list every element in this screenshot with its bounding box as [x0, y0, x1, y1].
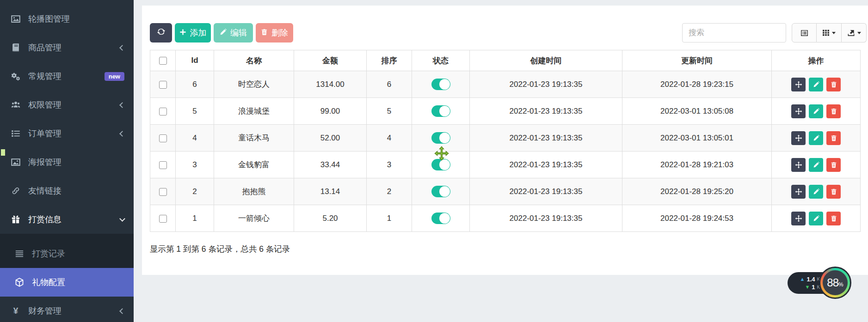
cell-id: 1: [176, 205, 214, 232]
speed-monitor-widget[interactable]: ▲ 1.4 K/s ▼ 1 K/s 88 %: [788, 267, 868, 299]
sidebar-item-carousel[interactable]: 轮播图管理: [0, 5, 134, 33]
move-icon: [795, 161, 802, 169]
content-card: 添加 编辑 删除: [142, 6, 868, 275]
status-toggle[interactable]: [431, 213, 450, 224]
status-toggle[interactable]: [431, 79, 450, 90]
sidebar-item-gift-config[interactable]: 礼物配置: [0, 268, 134, 297]
sidebar-item-label: 打赏信息: [28, 214, 62, 225]
move-icon: [795, 108, 802, 115]
row-delete-button[interactable]: [826, 212, 841, 225]
cell-updated: 2022-03-01 13:05:08: [622, 98, 772, 125]
row-edit-button[interactable]: [809, 158, 823, 172]
toggle-view-button[interactable]: [792, 23, 817, 43]
status-toggle[interactable]: [431, 186, 450, 197]
row-move-button[interactable]: [791, 185, 806, 199]
chevron-left-icon: [119, 308, 125, 314]
add-button[interactable]: 添加: [175, 23, 211, 43]
row-move-button[interactable]: [791, 131, 806, 145]
table-row: 2 抱抱熊 13.14 2 2022-01-23 19:13:35 2022-0…: [150, 178, 861, 205]
row-move-button[interactable]: [791, 104, 806, 118]
cell-created: 2022-01-23 19:13:35: [470, 98, 622, 125]
sidebar-item-finance[interactable]: ¥ 财务管理: [0, 297, 134, 322]
cell-amount: 5.20: [294, 205, 367, 232]
row-delete-button[interactable]: [826, 158, 841, 172]
cell-id: 5: [176, 98, 214, 125]
book-icon: [10, 43, 21, 52]
trash-icon: [261, 28, 268, 38]
trash-icon: [831, 215, 837, 222]
trash-icon: [831, 188, 837, 195]
row-checkbox[interactable]: [159, 81, 167, 89]
header-name: 名称: [214, 50, 294, 71]
table-tools-group: [792, 23, 867, 43]
row-move-button[interactable]: [791, 158, 806, 172]
sidebar-item-orders[interactable]: 订单管理: [0, 119, 134, 148]
row-checkbox[interactable]: [159, 188, 167, 196]
table-row: 1 一箭倾心 5.20 1 2022-01-23 19:13:35 2022-0…: [150, 205, 861, 232]
cell-created: 2022-01-23 19:13:35: [470, 178, 622, 205]
caret-down-icon: [832, 32, 836, 34]
row-delete-button[interactable]: [826, 131, 841, 145]
status-toggle[interactable]: [431, 132, 450, 144]
export-icon: [847, 29, 855, 37]
users-icon: [10, 100, 21, 109]
row-move-button[interactable]: [791, 212, 806, 225]
sidebar-item-products[interactable]: 商品管理: [0, 33, 134, 62]
cell-created: 2022-01-23 19:13:35: [470, 71, 622, 98]
row-checkbox[interactable]: [159, 108, 167, 115]
header-updated: 更新时间: [622, 50, 772, 71]
header-status: 状态: [412, 50, 470, 71]
pencil-icon: [813, 215, 819, 222]
main-content: 添加 编辑 删除: [134, 0, 868, 322]
row-move-button[interactable]: [791, 78, 806, 91]
header-id: Id: [176, 50, 214, 71]
pencil-icon: [813, 81, 819, 88]
columns-button[interactable]: [817, 23, 842, 43]
chevron-left-icon: [119, 45, 125, 51]
delete-button[interactable]: 删除: [256, 23, 293, 43]
link-icon: [10, 186, 21, 195]
cell-id: 4: [176, 125, 214, 152]
sidebar-item-posters[interactable]: 海报管理: [0, 148, 134, 176]
row-edit-button[interactable]: [809, 212, 823, 225]
search-input[interactable]: [682, 23, 786, 43]
cell-created: 2022-01-23 19:13:35: [470, 205, 622, 232]
gauge-percent-sign: %: [838, 281, 843, 288]
sidebar-item-permissions[interactable]: 权限管理: [0, 91, 134, 119]
detail-view-icon: [800, 29, 808, 37]
status-toggle[interactable]: [431, 159, 450, 170]
row-edit-button[interactable]: [809, 78, 823, 91]
sidebar-item-general[interactable]: 常规管理 new: [0, 62, 134, 91]
rewards-submenu: 打赏记录 礼物配置: [0, 234, 134, 297]
sidebar-item-rewards[interactable]: 打赏信息: [0, 205, 134, 234]
row-edit-button[interactable]: [809, 185, 823, 199]
row-checkbox[interactable]: [159, 215, 167, 223]
cell-sort: 2: [367, 178, 412, 205]
edit-button-label: 编辑: [230, 27, 247, 38]
edit-button[interactable]: 编辑: [214, 23, 253, 43]
cell-sort: 3: [367, 152, 412, 178]
select-all-checkbox[interactable]: [159, 57, 167, 65]
export-button[interactable]: [842, 23, 867, 43]
cell-created: 2022-01-23 19:13:35: [470, 152, 622, 178]
row-checkbox[interactable]: [159, 134, 167, 142]
row-delete-button[interactable]: [826, 104, 841, 118]
sidebar-item-label: 商品管理: [28, 42, 62, 53]
refresh-button[interactable]: [150, 23, 172, 43]
pencil-icon: [813, 188, 819, 195]
cell-name: 时空恋人: [214, 71, 294, 98]
row-edit-button[interactable]: [809, 131, 823, 145]
cell-amount: 99.00: [294, 98, 367, 125]
sidebar-item-label: 财务管理: [28, 305, 62, 316]
row-delete-button[interactable]: [826, 78, 841, 91]
sidebar-item-reward-records[interactable]: 打赏记录: [0, 239, 134, 268]
yen-icon: ¥: [10, 306, 21, 316]
cell-sort: 1: [367, 205, 412, 232]
row-edit-button[interactable]: [809, 104, 823, 118]
table-header-row: Id 名称 金额 排序 状态 创建时间 更新时间 操作: [150, 50, 861, 71]
row-delete-button[interactable]: [826, 185, 841, 199]
status-toggle[interactable]: [431, 105, 450, 117]
row-checkbox[interactable]: [159, 161, 167, 169]
sidebar-item-links[interactable]: 友情链接: [0, 176, 134, 205]
cell-name: 浪漫城堡: [214, 98, 294, 125]
